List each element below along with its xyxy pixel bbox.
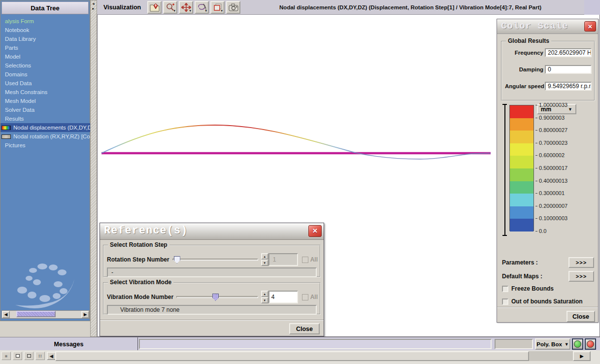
scroll-right-button[interactable]: ▶ [573, 351, 591, 361]
float-window-button[interactable] [13, 352, 22, 360]
splitter-collapse-left-icon[interactable]: ◄ [92, 2, 95, 5]
scale-axis-line [502, 104, 507, 236]
zoom-button[interactable]: ▼ [163, 1, 177, 14]
visualization-tab[interactable]: Visualization [99, 1, 146, 14]
camera-icon [229, 3, 238, 12]
scale-band [510, 105, 533, 118]
tree-item-results[interactable]: Results [0, 114, 91, 123]
red-lamp-icon [587, 340, 594, 348]
sidebar-scroll-track[interactable] [10, 311, 81, 318]
tree-item-nodal-displacements[interactable]: Nodal displacements (DX,DY,D [0, 123, 91, 132]
damping-field[interactable]: 0 [545, 65, 592, 74]
rotation-step-value-field[interactable]: 1 [268, 253, 298, 266]
scale-value-label: 0.9000003 [539, 115, 565, 121]
freeze-bounds-checkbox[interactable] [502, 286, 508, 292]
spinner-down-icon[interactable]: ▼ [261, 297, 268, 303]
messages-field[interactable] [139, 339, 492, 349]
out-of-bounds-checkbox[interactable] [502, 298, 508, 305]
sidebar-horizontal-scrollbar[interactable]: ◀ ▶ [1, 310, 90, 319]
messages-tab[interactable]: Messages [0, 337, 138, 351]
rotation-step-slider[interactable] [172, 259, 258, 261]
rotation-all-checkbox[interactable] [302, 257, 308, 263]
data-tree-header: Data Tree [1, 1, 89, 14]
close-icon[interactable]: × [584, 21, 596, 32]
tree-item-mesh-model[interactable]: Mesh Model [0, 97, 91, 105]
toolbar-corner-panel [584, 0, 600, 15]
dock-icon [27, 354, 31, 358]
dialog-separator [100, 320, 324, 321]
tree-item-pictures[interactable]: Pictures [0, 141, 91, 150]
color-scale-titlebar[interactable]: Color Scale × [497, 19, 598, 34]
vibration-mode-slider-thumb[interactable] [212, 294, 219, 301]
references-close-button[interactable]: Close [289, 323, 320, 334]
box-dropdown-icon[interactable]: ▼ [220, 9, 223, 12]
spinner-down-icon[interactable]: ▼ [261, 260, 268, 266]
pan-button[interactable]: ▼ [179, 1, 193, 14]
angular-speed-field[interactable]: 9.54929659 r.p.m. [545, 82, 592, 91]
color-scale-close-button[interactable]: Close [567, 311, 595, 322]
tree-item-domains[interactable]: Domains [0, 70, 91, 79]
scroll-left-icon[interactable]: ◀ [2, 311, 10, 318]
freeze-bounds-label: Freeze Bounds [511, 285, 554, 292]
messages-bar: Messages Poly. Box ▼ [0, 337, 600, 350]
bottom-scroll-thumb[interactable] [55, 351, 529, 361]
tree-item-parts[interactable]: Parts [0, 43, 91, 52]
bottom-scroll-track[interactable] [529, 351, 573, 361]
tree-item-data-library[interactable]: Data Library [0, 34, 91, 43]
scale-band [510, 156, 533, 168]
scale-band [510, 118, 533, 131]
samcef-logo-icon [11, 257, 78, 310]
global-results-group: Global Results Frequency 202.65029907 Hz… [501, 41, 595, 101]
pan-dropdown-icon[interactable]: ▼ [189, 9, 192, 12]
tree-item-model[interactable]: Model [0, 52, 91, 61]
colormap-icon [1, 126, 11, 130]
vibration-mode-slider[interactable] [176, 296, 258, 298]
parameters-expand-button[interactable]: >>> [568, 257, 594, 268]
splitter-collapse-right-icon[interactable]: ► [92, 7, 95, 10]
tree-item-notebook[interactable]: Notebook [0, 26, 91, 34]
tree-item-analysis-form[interactable]: alysis Form [0, 17, 91, 26]
tree-item-selections[interactable]: Selections [0, 61, 91, 70]
scale-band [510, 131, 533, 143]
camera-button[interactable] [226, 1, 240, 14]
spinner-up-icon[interactable]: ▲ [261, 291, 268, 297]
tree-item-used-data[interactable]: Used Data [0, 79, 91, 88]
graymap-icon [1, 134, 11, 139]
vibration-mode-value-field[interactable]: 4 [268, 291, 298, 303]
rotation-step-slider-thumb[interactable] [174, 256, 180, 264]
default-maps-expand-button[interactable]: >>> [568, 271, 594, 282]
mode-shape-hump [101, 125, 355, 153]
scroll-right-icon[interactable]: ▶ [81, 311, 89, 318]
frequency-field[interactable]: 202.65029907 Hz [545, 48, 592, 57]
poly-box-dropdown[interactable]: Poly. Box ▼ [535, 338, 570, 350]
sidebar-scroll-thumb[interactable] [16, 311, 56, 317]
messages-menu-button[interactable]: ≡ [1, 352, 11, 360]
tile-windows-button[interactable]: ∷ [35, 352, 45, 360]
tree-item-solver-data[interactable]: Solver Data [0, 105, 91, 114]
data-tree-panel: Data Tree alysis Form Notebook Data Libr… [0, 0, 90, 321]
lasso-select-button[interactable]: ▼ [195, 1, 209, 14]
spinner-up-icon[interactable]: ▲ [261, 253, 268, 260]
vibration-mode-spinner: ▲ ▼ [261, 291, 268, 303]
damping-label: Damping [505, 66, 543, 72]
status-ok-button[interactable] [572, 338, 583, 350]
scale-band [510, 194, 533, 206]
dock-window-button[interactable] [24, 352, 33, 360]
references-titlebar[interactable]: Reference(s) × [100, 223, 324, 240]
unit-dropdown-icon: ▼ [568, 107, 572, 112]
lasso-dropdown-icon[interactable]: ▼ [204, 9, 207, 12]
collapse-left-icon: ◀ [50, 354, 53, 359]
vibration-mode-number-label: Vibration Mode Number [107, 294, 173, 300]
zoom-dropdown-icon[interactable]: ▼ [173, 9, 176, 12]
references-dialog: Reference(s) × Select Rotation Step Rota… [100, 223, 324, 336]
rotation-all-label: All [310, 256, 318, 263]
bounding-box-button[interactable]: ▼ [210, 1, 225, 14]
panel-splitter[interactable]: ◄ ► [90, 0, 97, 337]
status-stop-button[interactable] [585, 338, 596, 350]
render-mode-button[interactable] [147, 1, 162, 14]
color-scale-dialog: Color Scale × Global Results Frequency 2… [497, 19, 599, 323]
tree-item-nodal-rotation[interactable]: Nodal rotation (RX,RY,RZ) [Cod [0, 132, 91, 141]
vibration-all-checkbox[interactable] [302, 294, 308, 300]
tree-item-mesh-constrains[interactable]: Mesh Constrains [0, 88, 91, 97]
close-icon[interactable]: × [308, 225, 322, 237]
